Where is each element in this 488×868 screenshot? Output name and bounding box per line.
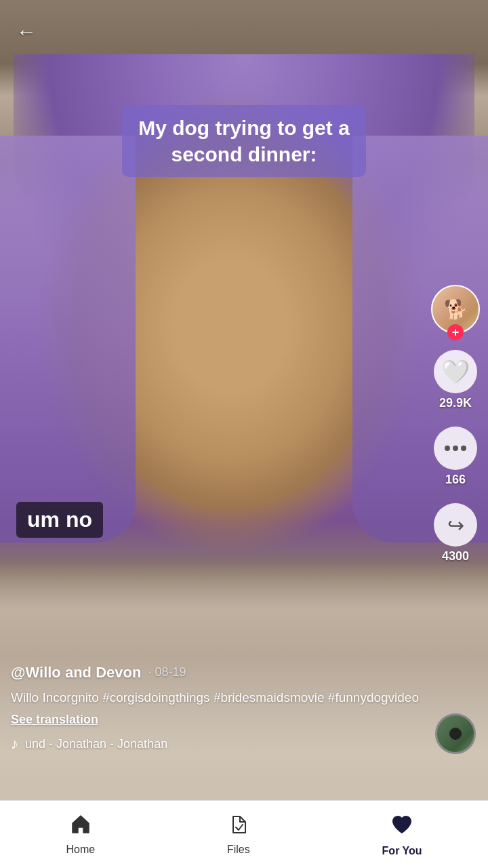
comment-action: 166 [434, 427, 477, 487]
action-buttons: 🐕 + 🤍 29.9K 166 ↪ 4300 [431, 285, 480, 564]
share-icon: ↪ [447, 513, 464, 537]
heart-icon: 🤍 [441, 358, 470, 385]
video-caption: My dog trying to get a second dinner: [122, 105, 366, 177]
video-date: · 08-19 [148, 665, 186, 679]
username: @Willo and Devon [11, 664, 141, 682]
like-button[interactable]: 🤍 [434, 350, 477, 393]
video-info: @Willo and Devon · 08-19 Willo Incorgnit… [11, 664, 420, 753]
music-note-icon: ♪ [11, 735, 18, 753]
music-title: und - Jonathan - Jonathan [25, 737, 167, 751]
files-label: Files [227, 844, 250, 856]
disc-center [449, 728, 462, 740]
home-icon [70, 814, 92, 841]
creator-avatar[interactable]: 🐕 + [431, 285, 480, 334]
for-you-icon [390, 812, 414, 842]
share-action: ↪ 4300 [434, 503, 477, 564]
nav-home[interactable]: Home [52, 808, 108, 861]
comment-count: 166 [445, 473, 466, 487]
video-description: Willo Incorgnito #corgisdoingthings #bri… [11, 688, 420, 708]
for-you-label: For You [382, 845, 422, 857]
share-button[interactable]: ↪ [434, 503, 477, 547]
home-label: Home [66, 844, 95, 856]
nav-files[interactable]: Files [214, 808, 264, 861]
comment-icon [445, 446, 466, 451]
share-count: 4300 [442, 549, 469, 564]
music-info: ♪ und - Jonathan - Jonathan [11, 735, 420, 753]
files-icon [228, 814, 249, 841]
video-subtitle: um no [16, 502, 103, 538]
see-translation-button[interactable]: See translation [11, 713, 420, 727]
follow-button[interactable]: + [447, 324, 464, 340]
nav-for-you[interactable]: For You [369, 807, 436, 863]
like-count: 29.9K [439, 396, 472, 410]
like-action: 🤍 29.9K [434, 350, 477, 410]
back-button[interactable]: ← [16, 20, 37, 43]
comment-button[interactable] [434, 427, 477, 470]
bottom-nav: Home Files For You [0, 800, 488, 868]
music-disc[interactable] [435, 713, 476, 754]
